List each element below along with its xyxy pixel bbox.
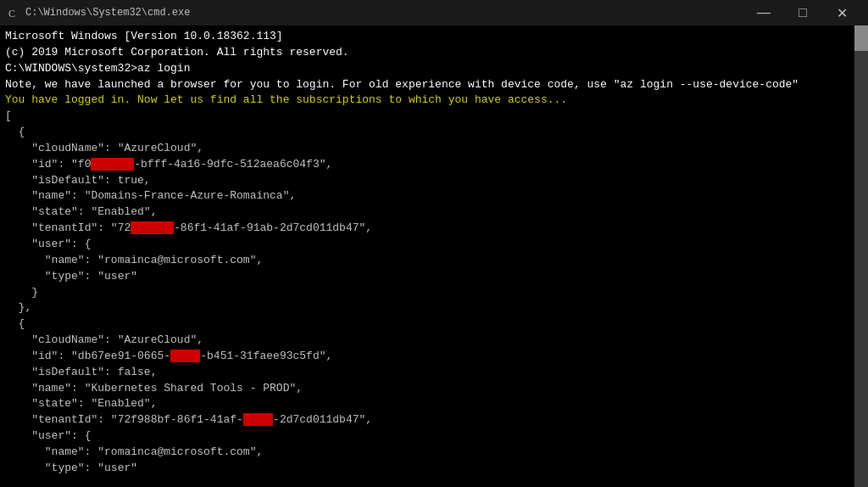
console-line: "type": "user" <box>5 461 849 477</box>
close-button[interactable]: ✕ <box>822 0 861 25</box>
console-line: { <box>5 316 849 333</box>
console-line: "cloudName": "AzureCloud", <box>5 141 849 157</box>
cmd-icon: C <box>7 6 20 20</box>
console-line: "state": "Enabled", <box>5 396 849 412</box>
window-controls: — □ ✕ <box>744 0 861 25</box>
console-line: "user": { <box>5 237 849 253</box>
console-line: "tenantId": "72f988bf-86f1-41af-███b-2d7… <box>5 412 849 428</box>
cmd-window: C C:\Windows\System32\cmd.exe — □ ✕ Micr… <box>0 0 868 487</box>
console-line: Note, we have launched a browser for you… <box>5 77 849 93</box>
console-line: (c) 2019 Microsoft Corporation. All righ… <box>5 45 849 61</box>
console-line: "tenantId": "72████bf-86f1-41af-91ab-2d7… <box>5 221 849 237</box>
console-line: [ <box>5 109 849 125</box>
console-line: "type": "user" <box>5 269 849 285</box>
window-title: C:\Windows\System32\cmd.exe <box>25 7 190 19</box>
console-line: "isDefault": true, <box>5 173 849 189</box>
console-line: "id": "db67ee91-0665-███4-b451-31faee93c… <box>5 349 849 365</box>
maximize-button[interactable]: □ <box>783 0 822 25</box>
console-line: { <box>5 125 849 141</box>
console-line: You have logged in. Now let us find all … <box>5 92 849 109</box>
console-line: Microsoft Windows [Version 10.0.18362.11… <box>5 29 849 45</box>
console-line: "isDefault": false, <box>5 365 849 381</box>
svg-text:C: C <box>8 8 15 20</box>
console-line: "state": "Enabled", <box>5 204 849 221</box>
console-line: "user": { <box>5 428 849 445</box>
console-line: "name": "Domains-France-Azure-Romainca", <box>5 188 849 204</box>
console-line: "cloudName": "AzureCloud", <box>5 333 849 349</box>
console-output: Microsoft Windows [Version 10.0.18362.11… <box>0 25 854 487</box>
console-line: "name": "Kubernetes Shared Tools - PROD"… <box>5 381 849 397</box>
console-line: }, <box>5 300 849 316</box>
minimize-button[interactable]: — <box>744 0 783 25</box>
console-line: "name": "romainca@microsoft.com", <box>5 253 849 269</box>
title-bar: C C:\Windows\System32\cmd.exe — □ ✕ <box>0 0 868 25</box>
console-line: "name": "romainca@microsoft.com", <box>5 445 849 461</box>
console-line: C:\WINDOWS\system32>az login <box>5 61 849 77</box>
scrollbar[interactable] <box>854 25 868 487</box>
title-bar-left: C C:\Windows\System32\cmd.exe <box>7 6 190 20</box>
console-line: } <box>5 285 849 301</box>
console-line: "id": "f0████7e-bfff-4a16-9dfc-512aea6c0… <box>5 157 849 173</box>
